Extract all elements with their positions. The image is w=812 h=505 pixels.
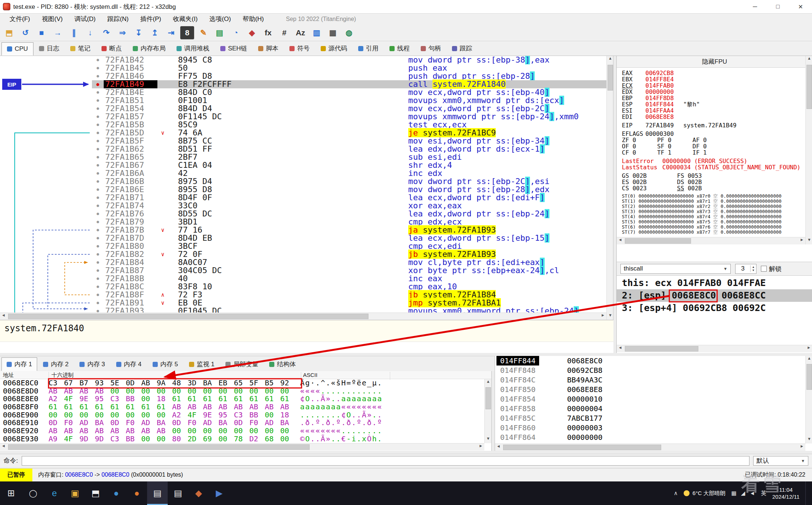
disasm-row[interactable]: ●72FA1B6B8975 D4mov dword ptr ss:[ebp-2C… [0, 177, 606, 186]
x87-register-row[interactable]: ST(2) 00000000000000000000 x87r2 空 0.000… [622, 204, 804, 209]
step-out-button[interactable]: ↥ [148, 26, 162, 39]
tab-symbols[interactable]: 符号 [284, 41, 315, 56]
tab-seh-chain[interactable]: SEH链 [215, 41, 253, 56]
dump-tab-memory-5[interactable]: 内存 5 [147, 357, 183, 371]
dump-horizontal-scrollbar[interactable]: ◄ ► [0, 443, 484, 451]
taskbar-app-document[interactable]: ▤ [168, 481, 188, 505]
bookmark-button[interactable]: ◆ [245, 26, 259, 39]
eflags-row[interactable]: EFLAGS00000300 [622, 131, 804, 137]
disasm-row[interactable]: ●72FA1B5D∨74 6Aje system.72FA1BC9 [0, 129, 606, 137]
argument-row[interactable]: this: ecx 014FFAB0 014FFAE [617, 277, 812, 289]
disasm-row[interactable]: ●72FA1B8C83F8 10cmp eax,10 [0, 283, 606, 291]
disasm-row[interactable]: ●72FA1B718D4F 0Flea ecx,dword ptr ds:[ed… [0, 194, 606, 202]
unlock-checkbox[interactable] [761, 266, 767, 272]
dump-row[interactable]: 0068E9000000000000000000A24F9E95C3BB0018… [0, 411, 484, 419]
scroll-left-arrow-icon[interactable]: ◄ [495, 444, 502, 451]
menu-item-3[interactable]: 跟踪(N) [102, 15, 135, 22]
flags-row[interactable]: ZF 0PF 0AF 0 [622, 137, 804, 143]
menu-item-2[interactable]: 调试(D) [68, 15, 102, 22]
scroll-left-arrow-icon[interactable]: ◄ [0, 444, 7, 451]
calling-convention-select[interactable]: thiscall ▼ [620, 264, 731, 274]
stack-row[interactable]: 014FF84CBB49AA3C [495, 375, 805, 385]
register-row[interactable]: EAX00692CB8 [622, 70, 804, 76]
scroll-thumb[interactable] [503, 445, 661, 450]
comment-button[interactable]: ▤ [213, 26, 227, 39]
dump-row[interactable]: 0068E9100DF0ADBA0DF0ADBA0DF0ADBA0DF0ADBA… [0, 419, 484, 427]
x87-register-row[interactable]: ST(1) 00000000000000000000 x87r1 空 0.000… [622, 199, 804, 204]
scroll-down-arrow-icon[interactable]: ▼ [607, 313, 613, 320]
scroll-thumb[interactable] [625, 238, 691, 244]
stepper-arrows-icon[interactable]: ▲▼ [750, 265, 756, 272]
disasm-row[interactable]: ●72FA1B7B∨77 16ja system.72FA1B93 [0, 226, 606, 234]
scroll-thumb[interactable] [8, 314, 368, 319]
unlock-checkbox-group[interactable]: 解锁 [761, 265, 781, 273]
disasm-row[interactable]: ●72FA1B6E8955 D8mov dword ptr ss:[ebp-28… [0, 186, 606, 194]
scroll-up-arrow-icon[interactable]: ▲ [806, 56, 812, 63]
taskbar-app-notepad[interactable]: ▤ [147, 481, 168, 505]
disasm-row[interactable]: ●72FA1B7433C0xor eax,eax [0, 202, 606, 210]
disasm-row[interactable]: ●72FA1B548B4D D4mov ecx,dword ptr ss:[eb… [0, 105, 606, 113]
scroll-thumb[interactable] [625, 346, 698, 352]
register-row[interactable]: ESP014FF844"黎h" [622, 101, 804, 107]
taskbar-app-edge[interactable]: e [44, 481, 65, 505]
dump-tab-watch-1[interactable]: 监视 1 [184, 357, 220, 371]
scroll-thumb[interactable] [806, 364, 812, 390]
dump-tab-struct[interactable]: 结构体 [264, 357, 301, 371]
tab-script[interactable]: 脚本 [253, 41, 284, 56]
tab-memory-map[interactable]: 内存布局 [127, 41, 171, 56]
notification-center-strip[interactable] [805, 481, 809, 505]
dump-vertical-scrollbar[interactable]: ▲ ▼ [484, 379, 491, 443]
scroll-right-arrow-icon[interactable]: ► [599, 313, 606, 320]
tab-log[interactable]: 日志 [33, 41, 65, 56]
step-into-button[interactable]: ↓ [83, 26, 97, 39]
disassembly-pane[interactable]: EIP ●72FA1B428945 C8mov dword ptr ss:[eb… [0, 56, 613, 320]
arguments-view[interactable]: this: ecx 014FFAB0 014FFAE2: [esp] 0068E… [617, 277, 812, 314]
disasm-row[interactable]: ●72FA1B4550push eax [0, 64, 606, 72]
disasm-row[interactable]: ●72FA1B652BF7sub esi,edi [0, 153, 606, 161]
dump-row[interactable]: 0068E8E0A24F9E95C3BB00186161616161616161… [0, 395, 484, 403]
dump-tab-memory-3[interactable]: 内存 3 [74, 357, 110, 371]
pause-button[interactable]: ∥ [67, 26, 81, 39]
last-status-row[interactable]: LastStatusC0000034 (STATUS_OBJECT_NAME_N… [622, 164, 804, 170]
start-button[interactable]: ⊞ [0, 481, 22, 505]
dump-row[interactable]: 0068E8F06161616161616161ABABABABABABABAB… [0, 403, 484, 411]
patch-button[interactable]: ✎ [196, 26, 210, 39]
argument-row[interactable]: 2: [esp] 0068E8C0 0068E8CC [617, 289, 812, 302]
memory-dump-pane[interactable]: 地址 十六进制 ASCII 0068E8C0C367B7935E0DAB9A48… [0, 371, 492, 451]
dump-tab-locals[interactable]: 局部变量 [220, 357, 263, 371]
x87-register-row[interactable]: ST(7) 00000000000000000000 x87r7 空 0.000… [622, 230, 804, 235]
tab-threads[interactable]: 线程 [384, 41, 415, 56]
taskbar-app-movies-tv[interactable]: ▶ [209, 481, 229, 505]
scroll-up-arrow-icon[interactable]: ▲ [607, 56, 613, 63]
memory-map-button[interactable]: ▦ [326, 26, 340, 39]
scroll-down-arrow-icon[interactable]: ▼ [806, 437, 812, 444]
x87-register-row[interactable]: ST(0) 00000000000000000000 x87r0 空 0.000… [622, 194, 804, 199]
tab-trace[interactable]: 跟踪 [446, 41, 478, 56]
last-error-row[interactable]: LastError00000000 (ERROR_SUCCESS) [622, 158, 804, 164]
disasm-row[interactable]: ●72FA1B7D8D4D EBlea ecx,dword ptr ss:[eb… [0, 234, 606, 242]
registers-pane[interactable]: 隐藏FPU EAX00692CB8EBX014FF8E4ECX014FFAB0E… [616, 56, 812, 353]
x87-register-row[interactable]: ST(6) 00000000000000000000 x87r6 空 0.000… [622, 225, 804, 230]
attach-button[interactable]: 8 [180, 26, 194, 39]
dump-row[interactable]: 0068E920ABABABABABABABAB0000000000000000… [0, 427, 484, 435]
dump-tab-memory-2[interactable]: 内存 2 [38, 357, 74, 371]
dump-row[interactable]: 0068E8C0C367B7935E0DAB9A483DBAEB655FB592… [0, 379, 484, 387]
command-input[interactable] [22, 456, 749, 466]
network-icon[interactable]: ◢ [741, 490, 745, 497]
tab-references[interactable]: 引用 [353, 41, 384, 56]
close-button[interactable]: ✕ [789, 0, 812, 14]
disasm-row[interactable]: ●72FA1B87304C05 DCxor byte ptr ss:[ebp+e… [0, 266, 606, 275]
stack-horizontal-scrollbar[interactable]: ◄ ► [495, 444, 805, 451]
dump-tab-memory-4[interactable]: 内存 4 [111, 357, 147, 371]
disasm-row[interactable]: ●72FA1B930F1045 DCmovups xmm0,xmmword pt… [0, 307, 606, 312]
disasm-row[interactable]: ●72FA1B570F1145 DCmovups xmmword ptr ss:… [0, 113, 606, 121]
tab-cpu[interactable]: CPU [1, 42, 33, 56]
stack-row[interactable]: 014FF85800000004 [495, 404, 805, 413]
argument-row[interactable]: 3: [esp+4] 00692CB8 00692C [617, 302, 812, 314]
scroll-right-arrow-icon[interactable]: ► [805, 345, 812, 352]
disasm-row[interactable]: ●72FA1B67C1EA 04shr edx,4 [0, 161, 606, 169]
menu-item-5[interactable]: 收藏夹(I) [167, 15, 203, 22]
scroll-right-arrow-icon[interactable]: ► [477, 444, 484, 451]
stack-vertical-scrollbar[interactable]: ▲ ▼ [805, 356, 812, 444]
disasm-row[interactable]: ●72FA1B793BD1cmp edx,ecx [0, 218, 606, 226]
